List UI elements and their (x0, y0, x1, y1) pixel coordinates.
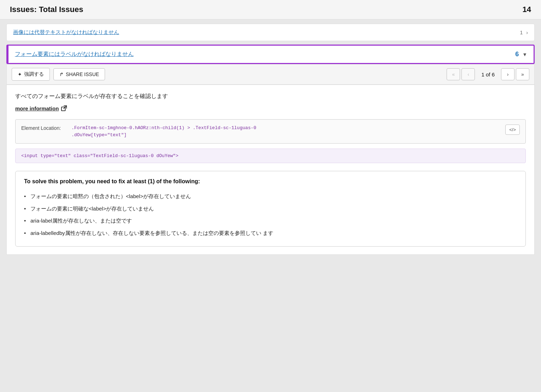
share-icon: ↱ (59, 71, 64, 77)
fix-box: To solve this problem, you need to fix a… (15, 171, 526, 247)
external-link-icon (61, 105, 67, 111)
prev-page-button[interactable]: ‹ (461, 68, 475, 80)
toolbar-left: ✦ 強調する ↱ SHARE ISSUE (12, 68, 105, 81)
highlight-button[interactable]: ✦ 強調する (12, 68, 50, 81)
element-location-box: Element Location: .FormItem-sc-1mghnoe-0… (15, 119, 526, 144)
copy-code-button[interactable]: </> (505, 125, 520, 135)
page-info: 1 of 6 (476, 69, 500, 80)
next-page-button[interactable]: › (501, 68, 514, 80)
selected-issue-row: フォーム要素にはラベルがなければなりません 6 ▼ (6, 45, 535, 64)
highlight-icon: ✦ (18, 71, 22, 77)
element-location-line2: .dOuYew[type="text"] (71, 132, 127, 138)
description-text: すべてのフォーム要素にラベルが存在することを確認します (15, 93, 526, 100)
selected-issue-right: 6 ▼ (515, 51, 527, 58)
fix-list-item: aria-labelledby属性が存在しない、存在しない要素を参照している、ま… (24, 227, 517, 240)
fix-list-item: フォームの要素に明確な<label>が存在していません (24, 203, 517, 215)
fix-list-item: フォームの要素に暗黙の（包含された）<label>が存在していません (24, 190, 517, 203)
share-issue-button[interactable]: ↱ SHARE ISSUE (53, 68, 105, 80)
share-label: SHARE ISSUE (66, 71, 99, 77)
fix-list: フォームの要素に暗黙の（包含された）<label>が存在していませんフォームの要… (24, 190, 517, 239)
prev-issue-link[interactable]: 画像には代替テキストがなければなりません (13, 29, 119, 36)
header-bar: Issues: Total Issues 14 (0, 0, 541, 19)
first-page-button[interactable]: « (447, 68, 460, 80)
element-location-value: .FormItem-sc-1mghnoe-0.hAORz:nth-child(1… (71, 125, 501, 138)
toolbar-right: « ‹ 1 of 6 › » (447, 68, 529, 80)
element-location-line1: .FormItem-sc-1mghnoe-0.hAORz:nth-child(1… (71, 125, 256, 131)
prev-issue-pagination: 1 › (520, 30, 528, 35)
chevron-down-icon[interactable]: ▼ (522, 52, 527, 57)
more-info-label: more information (15, 105, 59, 111)
more-info-link[interactable]: more information (15, 105, 67, 111)
issue-count-badge: 6 (515, 51, 519, 58)
code-snippet: <input type="text" class="TextField-sc-1… (15, 149, 526, 163)
fix-list-item: aria-label属性が存在しない、または空です (24, 215, 517, 227)
prev-issue-row: 画像には代替テキストがなければなりません 1 › (6, 24, 535, 41)
total-count: 14 (523, 5, 531, 14)
element-location-label: Element Location: (21, 125, 67, 131)
selected-issue-link[interactable]: フォーム要素にはラベルがなければなりません (15, 51, 134, 58)
prev-issue-page: 1 (520, 30, 523, 35)
content-panel: すべてのフォーム要素にラベルが存在することを確認します more informa… (6, 85, 535, 255)
toolbar: ✦ 強調する ↱ SHARE ISSUE « ‹ 1 of 6 › » (6, 64, 535, 85)
page-title: Issues: Total Issues (10, 5, 83, 14)
fix-box-title: To solve this problem, you need to fix a… (24, 178, 517, 185)
page-container: Issues: Total Issues 14 画像には代替テキストがなければな… (0, 0, 541, 392)
highlight-label: 強調する (24, 71, 44, 77)
last-page-button[interactable]: » (516, 68, 529, 80)
prev-nav-icon: › (526, 30, 528, 35)
